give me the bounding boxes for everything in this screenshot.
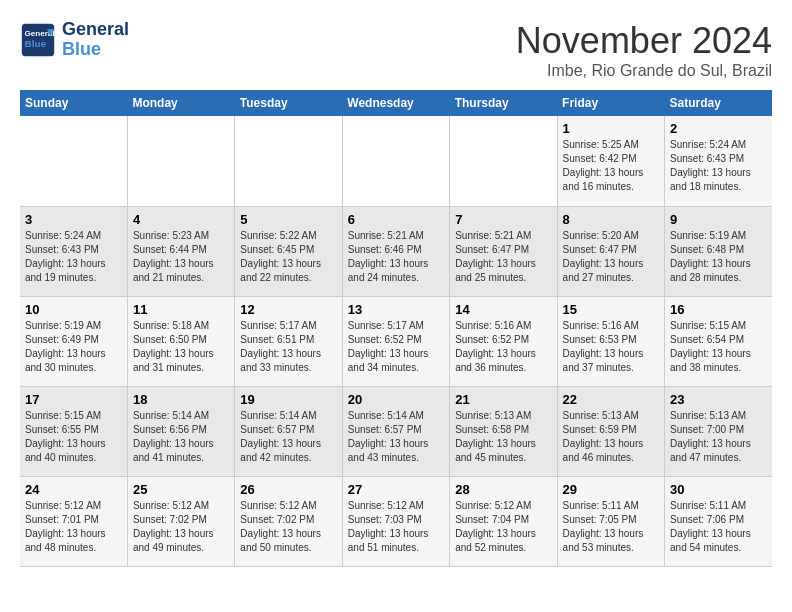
day-info: Sunrise: 5:15 AM Sunset: 6:54 PM Dayligh…: [670, 319, 767, 375]
day-cell: 29Sunrise: 5:11 AM Sunset: 7:05 PM Dayli…: [557, 476, 664, 566]
day-cell: [127, 116, 234, 206]
day-cell: 12Sunrise: 5:17 AM Sunset: 6:51 PM Dayli…: [235, 296, 342, 386]
svg-text:Blue: Blue: [25, 38, 47, 49]
day-cell: 26Sunrise: 5:12 AM Sunset: 7:02 PM Dayli…: [235, 476, 342, 566]
day-info: Sunrise: 5:25 AM Sunset: 6:42 PM Dayligh…: [563, 138, 659, 194]
day-number: 12: [240, 302, 336, 317]
day-number: 3: [25, 212, 122, 227]
day-cell: 10Sunrise: 5:19 AM Sunset: 6:49 PM Dayli…: [20, 296, 127, 386]
day-info: Sunrise: 5:13 AM Sunset: 6:59 PM Dayligh…: [563, 409, 659, 465]
day-cell: 13Sunrise: 5:17 AM Sunset: 6:52 PM Dayli…: [342, 296, 449, 386]
day-number: 9: [670, 212, 767, 227]
day-info: Sunrise: 5:12 AM Sunset: 7:01 PM Dayligh…: [25, 499, 122, 555]
day-info: Sunrise: 5:19 AM Sunset: 6:49 PM Dayligh…: [25, 319, 122, 375]
day-info: Sunrise: 5:14 AM Sunset: 6:56 PM Dayligh…: [133, 409, 229, 465]
logo: General Blue General Blue: [20, 20, 129, 60]
day-info: Sunrise: 5:11 AM Sunset: 7:06 PM Dayligh…: [670, 499, 767, 555]
day-cell: [20, 116, 127, 206]
day-info: Sunrise: 5:21 AM Sunset: 6:46 PM Dayligh…: [348, 229, 444, 285]
day-number: 4: [133, 212, 229, 227]
day-cell: 22Sunrise: 5:13 AM Sunset: 6:59 PM Dayli…: [557, 386, 664, 476]
day-number: 7: [455, 212, 551, 227]
day-cell: 6Sunrise: 5:21 AM Sunset: 6:46 PM Daylig…: [342, 206, 449, 296]
day-cell: 8Sunrise: 5:20 AM Sunset: 6:47 PM Daylig…: [557, 206, 664, 296]
day-cell: 14Sunrise: 5:16 AM Sunset: 6:52 PM Dayli…: [450, 296, 557, 386]
day-cell: [235, 116, 342, 206]
day-number: 18: [133, 392, 229, 407]
day-number: 15: [563, 302, 659, 317]
header-tuesday: Tuesday: [235, 90, 342, 116]
title-section: November 2024 Imbe, Rio Grande do Sul, B…: [516, 20, 772, 80]
logo-icon: General Blue: [20, 22, 56, 58]
day-cell: 17Sunrise: 5:15 AM Sunset: 6:55 PM Dayli…: [20, 386, 127, 476]
day-number: 17: [25, 392, 122, 407]
day-number: 11: [133, 302, 229, 317]
day-cell: 18Sunrise: 5:14 AM Sunset: 6:56 PM Dayli…: [127, 386, 234, 476]
day-info: Sunrise: 5:14 AM Sunset: 6:57 PM Dayligh…: [240, 409, 336, 465]
header-monday: Monday: [127, 90, 234, 116]
day-info: Sunrise: 5:19 AM Sunset: 6:48 PM Dayligh…: [670, 229, 767, 285]
day-info: Sunrise: 5:12 AM Sunset: 7:03 PM Dayligh…: [348, 499, 444, 555]
week-row-3: 10Sunrise: 5:19 AM Sunset: 6:49 PM Dayli…: [20, 296, 772, 386]
day-cell: 21Sunrise: 5:13 AM Sunset: 6:58 PM Dayli…: [450, 386, 557, 476]
day-number: 2: [670, 121, 767, 136]
day-cell: 9Sunrise: 5:19 AM Sunset: 6:48 PM Daylig…: [665, 206, 772, 296]
day-cell: 24Sunrise: 5:12 AM Sunset: 7:01 PM Dayli…: [20, 476, 127, 566]
header-wednesday: Wednesday: [342, 90, 449, 116]
logo-text: General Blue: [62, 20, 129, 60]
day-cell: 3Sunrise: 5:24 AM Sunset: 6:43 PM Daylig…: [20, 206, 127, 296]
header-sunday: Sunday: [20, 90, 127, 116]
month-title: November 2024: [516, 20, 772, 62]
week-row-5: 24Sunrise: 5:12 AM Sunset: 7:01 PM Dayli…: [20, 476, 772, 566]
day-number: 20: [348, 392, 444, 407]
day-cell: 16Sunrise: 5:15 AM Sunset: 6:54 PM Dayli…: [665, 296, 772, 386]
day-info: Sunrise: 5:14 AM Sunset: 6:57 PM Dayligh…: [348, 409, 444, 465]
day-cell: 4Sunrise: 5:23 AM Sunset: 6:44 PM Daylig…: [127, 206, 234, 296]
day-info: Sunrise: 5:23 AM Sunset: 6:44 PM Dayligh…: [133, 229, 229, 285]
day-cell: 28Sunrise: 5:12 AM Sunset: 7:04 PM Dayli…: [450, 476, 557, 566]
day-cell: 7Sunrise: 5:21 AM Sunset: 6:47 PM Daylig…: [450, 206, 557, 296]
day-info: Sunrise: 5:24 AM Sunset: 6:43 PM Dayligh…: [25, 229, 122, 285]
day-info: Sunrise: 5:24 AM Sunset: 6:43 PM Dayligh…: [670, 138, 767, 194]
day-number: 14: [455, 302, 551, 317]
day-cell: 15Sunrise: 5:16 AM Sunset: 6:53 PM Dayli…: [557, 296, 664, 386]
day-number: 27: [348, 482, 444, 497]
day-info: Sunrise: 5:13 AM Sunset: 6:58 PM Dayligh…: [455, 409, 551, 465]
day-cell: 20Sunrise: 5:14 AM Sunset: 6:57 PM Dayli…: [342, 386, 449, 476]
day-info: Sunrise: 5:15 AM Sunset: 6:55 PM Dayligh…: [25, 409, 122, 465]
day-number: 16: [670, 302, 767, 317]
header-friday: Friday: [557, 90, 664, 116]
day-number: 13: [348, 302, 444, 317]
day-info: Sunrise: 5:11 AM Sunset: 7:05 PM Dayligh…: [563, 499, 659, 555]
week-row-4: 17Sunrise: 5:15 AM Sunset: 6:55 PM Dayli…: [20, 386, 772, 476]
day-info: Sunrise: 5:13 AM Sunset: 7:00 PM Dayligh…: [670, 409, 767, 465]
day-info: Sunrise: 5:20 AM Sunset: 6:47 PM Dayligh…: [563, 229, 659, 285]
day-number: 30: [670, 482, 767, 497]
day-number: 19: [240, 392, 336, 407]
week-row-2: 3Sunrise: 5:24 AM Sunset: 6:43 PM Daylig…: [20, 206, 772, 296]
day-info: Sunrise: 5:17 AM Sunset: 6:51 PM Dayligh…: [240, 319, 336, 375]
calendar-body: 1Sunrise: 5:25 AM Sunset: 6:42 PM Daylig…: [20, 116, 772, 566]
day-info: Sunrise: 5:12 AM Sunset: 7:02 PM Dayligh…: [133, 499, 229, 555]
calendar-header: Sunday Monday Tuesday Wednesday Thursday…: [20, 90, 772, 116]
weekday-header-row: Sunday Monday Tuesday Wednesday Thursday…: [20, 90, 772, 116]
day-cell: 5Sunrise: 5:22 AM Sunset: 6:45 PM Daylig…: [235, 206, 342, 296]
day-info: Sunrise: 5:22 AM Sunset: 6:45 PM Dayligh…: [240, 229, 336, 285]
day-cell: [450, 116, 557, 206]
day-info: Sunrise: 5:16 AM Sunset: 6:53 PM Dayligh…: [563, 319, 659, 375]
day-number: 6: [348, 212, 444, 227]
day-number: 25: [133, 482, 229, 497]
week-row-1: 1Sunrise: 5:25 AM Sunset: 6:42 PM Daylig…: [20, 116, 772, 206]
day-number: 24: [25, 482, 122, 497]
day-info: Sunrise: 5:12 AM Sunset: 7:04 PM Dayligh…: [455, 499, 551, 555]
day-cell: 25Sunrise: 5:12 AM Sunset: 7:02 PM Dayli…: [127, 476, 234, 566]
day-number: 8: [563, 212, 659, 227]
location-title: Imbe, Rio Grande do Sul, Brazil: [516, 62, 772, 80]
day-number: 29: [563, 482, 659, 497]
header-thursday: Thursday: [450, 90, 557, 116]
day-info: Sunrise: 5:17 AM Sunset: 6:52 PM Dayligh…: [348, 319, 444, 375]
day-cell: 30Sunrise: 5:11 AM Sunset: 7:06 PM Dayli…: [665, 476, 772, 566]
day-cell: 11Sunrise: 5:18 AM Sunset: 6:50 PM Dayli…: [127, 296, 234, 386]
day-cell: [342, 116, 449, 206]
day-number: 10: [25, 302, 122, 317]
